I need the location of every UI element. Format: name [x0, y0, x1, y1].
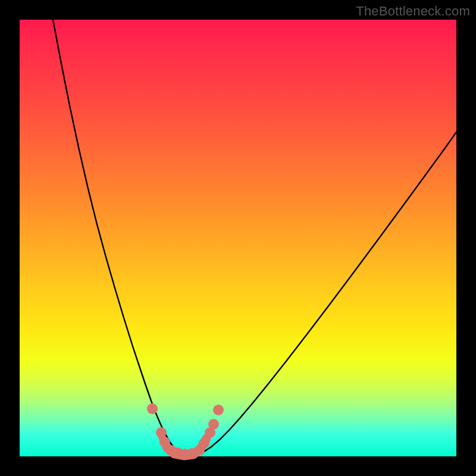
watermark-text: TheBottleneck.com	[356, 4, 470, 19]
highlight-dots	[147, 403, 224, 459]
highlight-dot	[208, 419, 219, 430]
highlight-dot	[199, 438, 209, 449]
chart-svg	[20, 20, 456, 456]
bottleneck-curve	[53, 20, 456, 455]
highlight-dot	[147, 403, 158, 414]
chart-frame: TheBottleneck.com	[0, 0, 476, 476]
highlight-dot	[213, 405, 224, 415]
curve-group	[53, 20, 456, 455]
highlight-dot	[159, 437, 170, 447]
plot-area	[20, 20, 456, 456]
highlight-dot	[156, 427, 167, 438]
